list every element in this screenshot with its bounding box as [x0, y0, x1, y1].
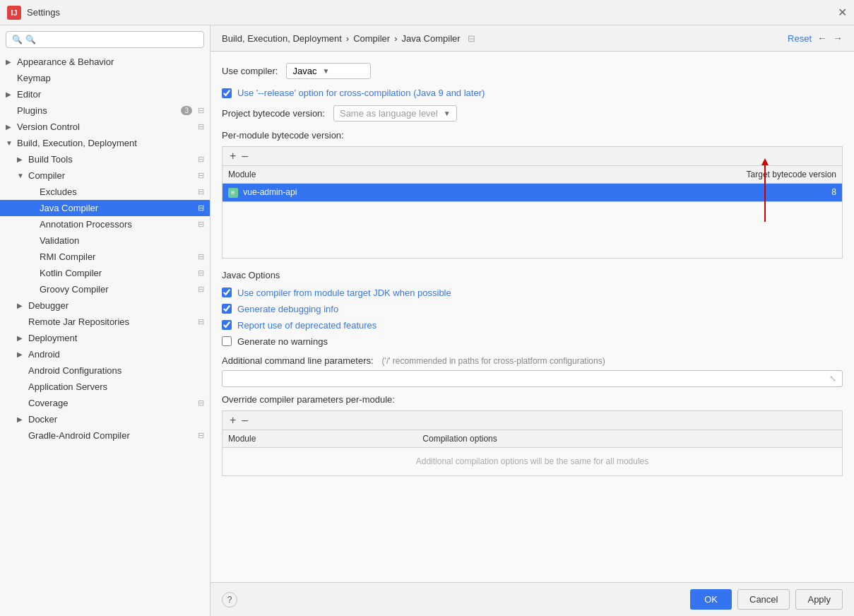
sidebar-item-android-configurations[interactable]: Android Configurations: [0, 362, 210, 379]
sidebar-item-label: Editor: [17, 89, 204, 100]
sidebar-item-java-compiler[interactable]: Java Compiler ⊟: [0, 200, 210, 216]
sidebar-item-gradle-android-compiler[interactable]: Gradle-Android Compiler ⊟: [0, 427, 210, 444]
sidebar-item-coverage[interactable]: Coverage ⊟: [0, 395, 210, 411]
ok-button[interactable]: OK: [690, 589, 732, 610]
add-override-button[interactable]: +: [228, 414, 237, 427]
expand-icon: [28, 220, 40, 228]
sidebar-item-kotlin-compiler[interactable]: Kotlin Compiler ⊟: [0, 265, 210, 281]
breadcrumb-part-3: Java Compiler: [402, 33, 461, 44]
sidebar-item-label: Excludes: [40, 186, 195, 197]
breadcrumb-part-1[interactable]: Build, Execution, Deployment: [222, 33, 342, 44]
override-toolbar: + –: [222, 410, 843, 430]
release-option-label[interactable]: Use '--release' option for cross-compila…: [237, 88, 485, 98]
sidebar-item-label: Application Servers: [28, 381, 204, 392]
plugins-badge: 3: [181, 106, 192, 115]
sidebar-item-annotation-processors[interactable]: Annotation Processors ⊟: [0, 216, 210, 232]
settings-icon: ⊟: [198, 398, 204, 408]
sidebar-item-compiler[interactable]: ▼ Compiler ⊟: [0, 167, 210, 184]
panel-actions: Reset ← →: [788, 32, 843, 44]
settings-icon: ⊟: [198, 268, 204, 278]
sidebar-item-android[interactable]: ▶ Android: [0, 346, 210, 362]
back-button[interactable]: ←: [817, 32, 827, 44]
bottom-right: OK Cancel Apply: [690, 589, 843, 610]
sidebar-item-excludes[interactable]: Excludes ⊟: [0, 184, 210, 200]
sidebar-item-keymap[interactable]: Keymap: [0, 70, 210, 86]
sidebar-item-appearance-behavior[interactable]: ▶ Appearance & Behavior: [0, 54, 210, 70]
sidebar-item-debugger[interactable]: ▶ Debugger: [0, 297, 210, 314]
settings-icon: ⊟: [198, 220, 204, 229]
sidebar-item-label: Remote Jar Repositories: [28, 316, 195, 327]
opt2-row: Generate debugging info: [222, 304, 843, 314]
expand-icon: ▶: [17, 415, 28, 423]
sidebar-item-deployment[interactable]: ▶ Deployment: [0, 330, 210, 346]
expand-icon: ▶: [17, 302, 28, 309]
sidebar-item-build-execution-deployment[interactable]: ▼ Build, Execution, Deployment: [0, 135, 210, 151]
sidebar-item-groovy-compiler[interactable]: Groovy Compiler ⊟: [0, 281, 210, 297]
forward-button[interactable]: →: [833, 32, 843, 44]
sidebar-item-build-tools[interactable]: ▶ Build Tools ⊟: [0, 151, 210, 167]
target-bytecode-col-header: Target bytecode version: [496, 166, 842, 184]
compiler-select[interactable]: Javac ▼: [286, 63, 371, 79]
opt4-label[interactable]: Generate no warnings: [237, 336, 328, 347]
sidebar-item-label: Build Tools: [28, 154, 195, 165]
table-row[interactable]: ≡ vue-admin-api 8: [223, 184, 843, 202]
sidebar-item-rmi-compiler[interactable]: RMI Compiler ⊟: [0, 249, 210, 265]
settings-icon: ⊟: [198, 317, 204, 326]
override-module-col: Module: [223, 430, 417, 447]
sidebar-item-plugins[interactable]: Plugins 3 ⊟: [0, 102, 210, 119]
add-module-button[interactable]: +: [228, 150, 237, 162]
breadcrumb-part-2[interactable]: Compiler: [353, 33, 390, 44]
use-compiler-row: Use compiler: Javac ▼: [222, 63, 843, 79]
override-empty-row: Additional compilation options will be t…: [223, 447, 843, 475]
sidebar-item-label: Gradle-Android Compiler: [28, 430, 195, 441]
release-option-checkbox[interactable]: [222, 88, 232, 98]
opt1-label[interactable]: Use compiler from module target JDK when…: [237, 288, 451, 298]
close-button[interactable]: ✕: [838, 6, 847, 19]
opt2-checkbox[interactable]: [222, 304, 232, 314]
opt3-row: Report use of deprecated features: [222, 320, 843, 331]
remove-override-button[interactable]: –: [240, 414, 249, 427]
cmd-input[interactable]: [228, 374, 829, 384]
reset-button[interactable]: Reset: [788, 33, 812, 44]
opt1-checkbox[interactable]: [222, 288, 232, 297]
target-bytecode-cell: 8: [496, 184, 842, 202]
opt4-row: Generate no warnings: [222, 336, 843, 347]
sidebar-item-docker[interactable]: ▶ Docker: [0, 411, 210, 427]
opt3-label[interactable]: Report use of deprecated features: [237, 320, 376, 331]
opt4-checkbox[interactable]: [222, 336, 232, 346]
expand-icon: ▶: [17, 155, 28, 163]
breadcrumb: Build, Execution, Deployment › Compiler …: [222, 33, 475, 44]
search-input[interactable]: [25, 35, 198, 45]
panel-content: Use compiler: Javac ▼ Use '--release' op…: [210, 52, 854, 582]
sidebar-item-label: Kotlin Compiler: [40, 268, 195, 278]
javac-options: Use compiler from module target JDK when…: [222, 288, 843, 347]
sidebar-tree: ▶ Appearance & Behavior Keymap ▶ Editor …: [0, 54, 210, 616]
expand-icon: [28, 285, 40, 293]
project-bytecode-row: Project bytecode version: Same as langua…: [222, 105, 843, 122]
bottom-left: ?: [222, 592, 237, 608]
sidebar-item-remote-jar-repositories[interactable]: Remote Jar Repositories ⊟: [0, 314, 210, 330]
expand-icon: [28, 237, 40, 244]
remove-module-button[interactable]: –: [240, 150, 249, 162]
title-bar: IJ Settings ✕: [0, 0, 854, 25]
breadcrumb-sep: ›: [346, 33, 349, 44]
module-name-cell: ≡ vue-admin-api: [223, 184, 497, 202]
help-button[interactable]: ?: [222, 592, 237, 608]
search-box[interactable]: 🔍: [6, 31, 204, 48]
expand-icon: [17, 432, 28, 439]
opt2-label[interactable]: Generate debugging info: [237, 304, 338, 314]
per-module-table: Module Target bytecode version ≡ vue-adm…: [222, 165, 843, 259]
opt3-checkbox[interactable]: [222, 320, 232, 330]
expand-icon: [6, 107, 17, 114]
sidebar-item-editor[interactable]: ▶ Editor: [0, 86, 210, 102]
cancel-button[interactable]: Cancel: [737, 589, 790, 610]
sidebar-item-label: Keymap: [17, 73, 204, 83]
expand-icon[interactable]: ⤡: [829, 374, 836, 384]
expand-icon: ▼: [17, 172, 28, 179]
sidebar-item-application-servers[interactable]: Application Servers: [0, 379, 210, 395]
apply-button[interactable]: Apply: [795, 589, 843, 610]
bytecode-select[interactable]: Same as language level ▼: [333, 105, 457, 122]
sidebar-item-version-control[interactable]: ▶ Version Control ⊟: [0, 119, 210, 135]
search-icon: 🔍: [12, 35, 23, 45]
sidebar-item-validation[interactable]: Validation: [0, 232, 210, 249]
